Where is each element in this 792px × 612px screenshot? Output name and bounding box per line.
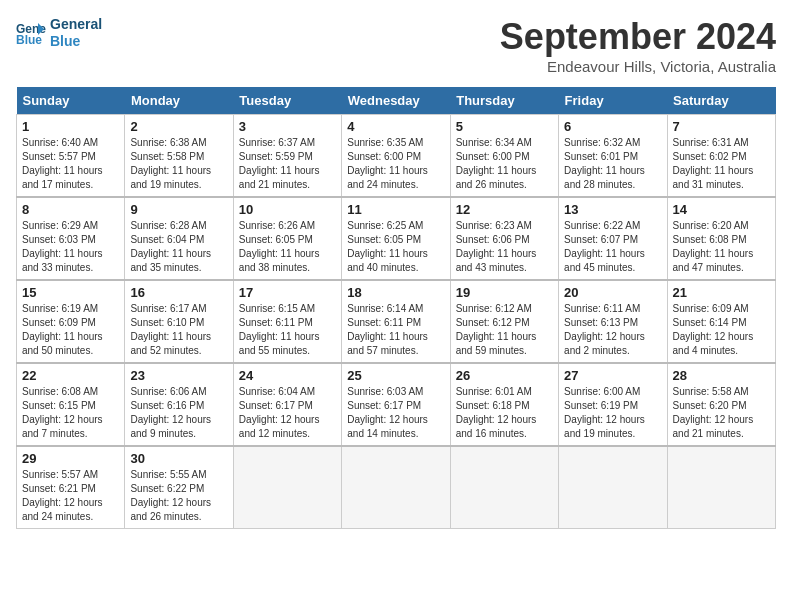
calendar-cell [450, 446, 558, 529]
calendar-cell: 19Sunrise: 6:12 AMSunset: 6:12 PMDayligh… [450, 280, 558, 363]
page-header: General Blue General Blue September 2024… [16, 16, 776, 75]
day-number: 17 [239, 285, 336, 300]
calendar-cell: 14Sunrise: 6:20 AMSunset: 6:08 PMDayligh… [667, 197, 775, 280]
calendar-cell [342, 446, 450, 529]
day-detail: Sunrise: 6:06 AMSunset: 6:16 PMDaylight:… [130, 385, 227, 441]
calendar-cell: 27Sunrise: 6:00 AMSunset: 6:19 PMDayligh… [559, 363, 667, 446]
day-detail: Sunrise: 6:19 AMSunset: 6:09 PMDaylight:… [22, 302, 119, 358]
week-row-2: 8Sunrise: 6:29 AMSunset: 6:03 PMDaylight… [17, 197, 776, 280]
month-title: September 2024 [500, 16, 776, 58]
days-header-row: SundayMondayTuesdayWednesdayThursdayFrid… [17, 87, 776, 115]
day-number: 2 [130, 119, 227, 134]
day-number: 28 [673, 368, 770, 383]
calendar-cell: 12Sunrise: 6:23 AMSunset: 6:06 PMDayligh… [450, 197, 558, 280]
day-number: 7 [673, 119, 770, 134]
calendar-cell: 8Sunrise: 6:29 AMSunset: 6:03 PMDaylight… [17, 197, 125, 280]
day-number: 6 [564, 119, 661, 134]
day-number: 4 [347, 119, 444, 134]
calendar-cell: 7Sunrise: 6:31 AMSunset: 6:02 PMDaylight… [667, 115, 775, 198]
calendar-cell: 20Sunrise: 6:11 AMSunset: 6:13 PMDayligh… [559, 280, 667, 363]
day-detail: Sunrise: 6:15 AMSunset: 6:11 PMDaylight:… [239, 302, 336, 358]
day-detail: Sunrise: 6:14 AMSunset: 6:11 PMDaylight:… [347, 302, 444, 358]
day-detail: Sunrise: 6:23 AMSunset: 6:06 PMDaylight:… [456, 219, 553, 275]
week-row-5: 29Sunrise: 5:57 AMSunset: 6:21 PMDayligh… [17, 446, 776, 529]
day-detail: Sunrise: 6:28 AMSunset: 6:04 PMDaylight:… [130, 219, 227, 275]
calendar-cell: 13Sunrise: 6:22 AMSunset: 6:07 PMDayligh… [559, 197, 667, 280]
day-number: 23 [130, 368, 227, 383]
calendar-cell: 28Sunrise: 5:58 AMSunset: 6:20 PMDayligh… [667, 363, 775, 446]
header-thursday: Thursday [450, 87, 558, 115]
day-number: 10 [239, 202, 336, 217]
day-number: 25 [347, 368, 444, 383]
location: Endeavour Hills, Victoria, Australia [500, 58, 776, 75]
week-row-3: 15Sunrise: 6:19 AMSunset: 6:09 PMDayligh… [17, 280, 776, 363]
day-detail: Sunrise: 5:58 AMSunset: 6:20 PMDaylight:… [673, 385, 770, 441]
day-detail: Sunrise: 6:04 AMSunset: 6:17 PMDaylight:… [239, 385, 336, 441]
day-number: 5 [456, 119, 553, 134]
calendar-cell: 2Sunrise: 6:38 AMSunset: 5:58 PMDaylight… [125, 115, 233, 198]
week-row-4: 22Sunrise: 6:08 AMSunset: 6:15 PMDayligh… [17, 363, 776, 446]
calendar-cell: 18Sunrise: 6:14 AMSunset: 6:11 PMDayligh… [342, 280, 450, 363]
day-number: 15 [22, 285, 119, 300]
day-detail: Sunrise: 6:12 AMSunset: 6:12 PMDaylight:… [456, 302, 553, 358]
calendar-cell [667, 446, 775, 529]
calendar-cell: 9Sunrise: 6:28 AMSunset: 6:04 PMDaylight… [125, 197, 233, 280]
day-number: 16 [130, 285, 227, 300]
day-detail: Sunrise: 6:26 AMSunset: 6:05 PMDaylight:… [239, 219, 336, 275]
day-number: 22 [22, 368, 119, 383]
day-detail: Sunrise: 6:32 AMSunset: 6:01 PMDaylight:… [564, 136, 661, 192]
day-detail: Sunrise: 6:20 AMSunset: 6:08 PMDaylight:… [673, 219, 770, 275]
header-friday: Friday [559, 87, 667, 115]
day-detail: Sunrise: 6:17 AMSunset: 6:10 PMDaylight:… [130, 302, 227, 358]
calendar-cell: 29Sunrise: 5:57 AMSunset: 6:21 PMDayligh… [17, 446, 125, 529]
day-number: 30 [130, 451, 227, 466]
day-number: 20 [564, 285, 661, 300]
calendar-cell: 1Sunrise: 6:40 AMSunset: 5:57 PMDaylight… [17, 115, 125, 198]
day-detail: Sunrise: 6:01 AMSunset: 6:18 PMDaylight:… [456, 385, 553, 441]
day-detail: Sunrise: 6:09 AMSunset: 6:14 PMDaylight:… [673, 302, 770, 358]
logo-general: General [50, 16, 102, 33]
calendar-cell: 15Sunrise: 6:19 AMSunset: 6:09 PMDayligh… [17, 280, 125, 363]
title-block: September 2024 Endeavour Hills, Victoria… [500, 16, 776, 75]
calendar-cell: 16Sunrise: 6:17 AMSunset: 6:10 PMDayligh… [125, 280, 233, 363]
calendar-cell: 6Sunrise: 6:32 AMSunset: 6:01 PMDaylight… [559, 115, 667, 198]
day-detail: Sunrise: 6:40 AMSunset: 5:57 PMDaylight:… [22, 136, 119, 192]
day-number: 11 [347, 202, 444, 217]
day-detail: Sunrise: 6:03 AMSunset: 6:17 PMDaylight:… [347, 385, 444, 441]
day-detail: Sunrise: 6:35 AMSunset: 6:00 PMDaylight:… [347, 136, 444, 192]
calendar-table: SundayMondayTuesdayWednesdayThursdayFrid… [16, 87, 776, 529]
header-sunday: Sunday [17, 87, 125, 115]
day-detail: Sunrise: 6:29 AMSunset: 6:03 PMDaylight:… [22, 219, 119, 275]
day-detail: Sunrise: 6:00 AMSunset: 6:19 PMDaylight:… [564, 385, 661, 441]
day-detail: Sunrise: 6:08 AMSunset: 6:15 PMDaylight:… [22, 385, 119, 441]
calendar-cell: 3Sunrise: 6:37 AMSunset: 5:59 PMDaylight… [233, 115, 341, 198]
day-detail: Sunrise: 6:34 AMSunset: 6:00 PMDaylight:… [456, 136, 553, 192]
header-monday: Monday [125, 87, 233, 115]
header-wednesday: Wednesday [342, 87, 450, 115]
day-number: 29 [22, 451, 119, 466]
day-detail: Sunrise: 6:25 AMSunset: 6:05 PMDaylight:… [347, 219, 444, 275]
calendar-cell: 4Sunrise: 6:35 AMSunset: 6:00 PMDaylight… [342, 115, 450, 198]
day-number: 12 [456, 202, 553, 217]
day-number: 26 [456, 368, 553, 383]
svg-text:Blue: Blue [16, 33, 42, 45]
calendar-cell: 17Sunrise: 6:15 AMSunset: 6:11 PMDayligh… [233, 280, 341, 363]
day-number: 8 [22, 202, 119, 217]
calendar-cell: 26Sunrise: 6:01 AMSunset: 6:18 PMDayligh… [450, 363, 558, 446]
calendar-cell: 21Sunrise: 6:09 AMSunset: 6:14 PMDayligh… [667, 280, 775, 363]
calendar-cell: 22Sunrise: 6:08 AMSunset: 6:15 PMDayligh… [17, 363, 125, 446]
calendar-cell: 10Sunrise: 6:26 AMSunset: 6:05 PMDayligh… [233, 197, 341, 280]
logo-icon: General Blue [16, 21, 46, 45]
logo: General Blue General Blue [16, 16, 102, 50]
calendar-cell: 30Sunrise: 5:55 AMSunset: 6:22 PMDayligh… [125, 446, 233, 529]
day-number: 14 [673, 202, 770, 217]
logo-blue: Blue [50, 33, 102, 50]
day-detail: Sunrise: 6:38 AMSunset: 5:58 PMDaylight:… [130, 136, 227, 192]
day-number: 3 [239, 119, 336, 134]
day-number: 19 [456, 285, 553, 300]
calendar-cell [233, 446, 341, 529]
header-saturday: Saturday [667, 87, 775, 115]
day-number: 21 [673, 285, 770, 300]
day-number: 27 [564, 368, 661, 383]
day-number: 1 [22, 119, 119, 134]
